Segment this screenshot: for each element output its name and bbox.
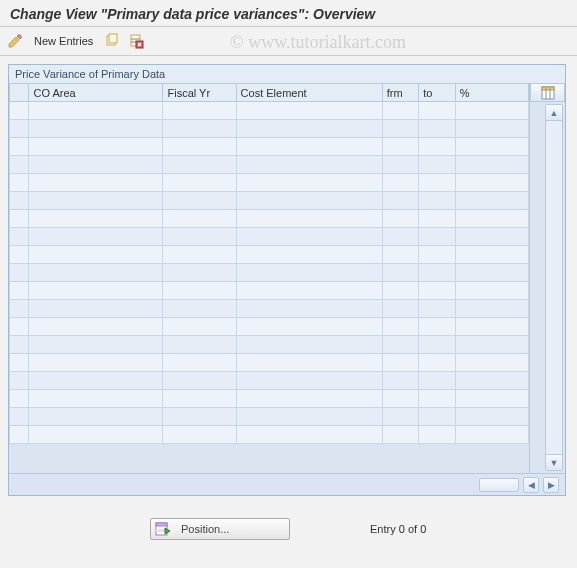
cell[interactable] (163, 102, 236, 120)
cell[interactable] (419, 138, 456, 156)
cell[interactable] (163, 300, 236, 318)
row-select-header[interactable] (10, 84, 29, 102)
cell[interactable] (419, 300, 456, 318)
row-selector[interactable] (10, 300, 29, 318)
cell[interactable] (163, 282, 236, 300)
row-selector[interactable] (10, 210, 29, 228)
table-row[interactable] (10, 354, 529, 372)
cell[interactable] (382, 120, 419, 138)
cell[interactable] (382, 300, 419, 318)
table-row[interactable] (10, 282, 529, 300)
cell[interactable] (29, 228, 163, 246)
cell[interactable] (382, 210, 419, 228)
cell[interactable] (382, 408, 419, 426)
scroll-down-icon[interactable]: ▼ (546, 454, 562, 470)
cell[interactable] (29, 264, 163, 282)
cell[interactable] (163, 354, 236, 372)
cell[interactable] (382, 354, 419, 372)
table-row[interactable] (10, 174, 529, 192)
cell[interactable] (236, 282, 382, 300)
cell[interactable] (163, 210, 236, 228)
scroll-right-icon[interactable]: ▶ (543, 477, 559, 493)
cell[interactable] (236, 192, 382, 210)
row-selector[interactable] (10, 228, 29, 246)
horizontal-scroll-thumb[interactable] (479, 478, 519, 492)
cell[interactable] (236, 102, 382, 120)
cell[interactable] (419, 354, 456, 372)
cell[interactable] (419, 408, 456, 426)
cell[interactable] (236, 138, 382, 156)
cell[interactable] (236, 120, 382, 138)
delete-icon[interactable] (127, 32, 145, 50)
cell[interactable] (236, 318, 382, 336)
table-row[interactable] (10, 246, 529, 264)
cell[interactable] (382, 426, 419, 444)
column-header-frm[interactable]: frm (382, 84, 419, 102)
cell[interactable] (419, 102, 456, 120)
row-selector[interactable] (10, 192, 29, 210)
row-selector[interactable] (10, 372, 29, 390)
cell[interactable] (419, 390, 456, 408)
row-selector[interactable] (10, 390, 29, 408)
cell[interactable] (236, 354, 382, 372)
cell[interactable] (455, 102, 528, 120)
table-row[interactable] (10, 102, 529, 120)
cell[interactable] (236, 300, 382, 318)
cell[interactable] (382, 336, 419, 354)
table-settings-icon[interactable] (530, 83, 565, 102)
cell[interactable] (382, 156, 419, 174)
cell[interactable] (455, 336, 528, 354)
cell[interactable] (236, 426, 382, 444)
cell[interactable] (419, 156, 456, 174)
cell[interactable] (163, 228, 236, 246)
cell[interactable] (236, 246, 382, 264)
cell[interactable] (29, 246, 163, 264)
row-selector[interactable] (10, 264, 29, 282)
row-selector[interactable] (10, 156, 29, 174)
cell[interactable] (29, 192, 163, 210)
cell[interactable] (382, 138, 419, 156)
cell[interactable] (29, 102, 163, 120)
cell[interactable] (236, 210, 382, 228)
cell[interactable] (29, 372, 163, 390)
cell[interactable] (419, 336, 456, 354)
cell[interactable] (163, 336, 236, 354)
cell[interactable] (236, 156, 382, 174)
cell[interactable] (29, 174, 163, 192)
cell[interactable] (29, 210, 163, 228)
cell[interactable] (163, 174, 236, 192)
cell[interactable] (455, 228, 528, 246)
cell[interactable] (163, 390, 236, 408)
cell[interactable] (382, 390, 419, 408)
table-row[interactable] (10, 408, 529, 426)
cell[interactable] (419, 228, 456, 246)
cell[interactable] (29, 408, 163, 426)
cell[interactable] (419, 174, 456, 192)
cell[interactable] (29, 156, 163, 174)
cell[interactable] (382, 246, 419, 264)
cell[interactable] (455, 372, 528, 390)
table-row[interactable] (10, 156, 529, 174)
cell[interactable] (382, 174, 419, 192)
row-selector[interactable] (10, 246, 29, 264)
cell[interactable] (29, 390, 163, 408)
cell[interactable] (419, 192, 456, 210)
table-row[interactable] (10, 318, 529, 336)
column-header-to[interactable]: to (419, 84, 456, 102)
cell[interactable] (419, 246, 456, 264)
column-header-co-area[interactable]: CO Area (29, 84, 163, 102)
cell[interactable] (29, 336, 163, 354)
cell[interactable] (29, 426, 163, 444)
cell[interactable] (382, 282, 419, 300)
cell[interactable] (455, 300, 528, 318)
table-row[interactable] (10, 120, 529, 138)
row-selector[interactable] (10, 318, 29, 336)
cell[interactable] (163, 120, 236, 138)
column-header-percent[interactable]: % (455, 84, 528, 102)
cell[interactable] (29, 300, 163, 318)
row-selector[interactable] (10, 120, 29, 138)
scroll-up-icon[interactable]: ▲ (546, 105, 562, 121)
cell[interactable] (455, 354, 528, 372)
cell[interactable] (419, 120, 456, 138)
cell[interactable] (29, 138, 163, 156)
